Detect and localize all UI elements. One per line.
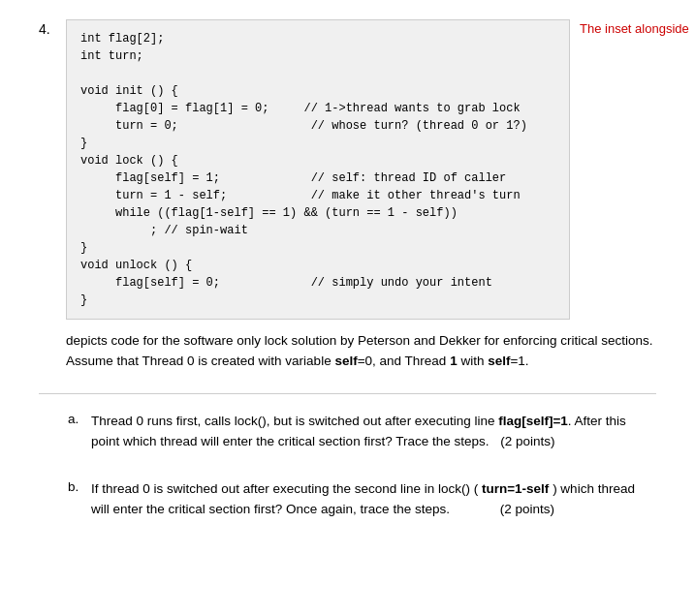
sub-b-bold: turn=1-self: [482, 481, 549, 496]
sub-label-b: b.: [68, 479, 85, 494]
question-text-block: int flag[2]; int turn; void init () { fl…: [66, 19, 689, 372]
sub-text-b: If thread 0 is switched out after execut…: [91, 479, 656, 520]
sub-b-points: (2 points): [500, 502, 554, 516]
question-header: 4. int flag[2]; int turn; void init () {…: [39, 19, 656, 372]
sub-label-a: a.: [68, 412, 85, 426]
inline-description: int flag[2]; int turn; void init () { fl…: [66, 19, 689, 327]
sub-a-text-start: Thread 0 runs first, calls lock(), but i…: [91, 414, 498, 428]
sub-b-text-start: If thread 0 is switched out after execut…: [91, 481, 482, 496]
desc-end: =1.: [510, 354, 528, 368]
sub-question-b: b. If thread 0 is switched out after exe…: [68, 479, 656, 520]
sub-question-a: a. Thread 0 runs first, calls lock(), bu…: [68, 412, 656, 452]
question-container: 4. int flag[2]; int turn; void init () {…: [39, 19, 656, 520]
sub-questions: a. Thread 0 runs first, calls lock(), bu…: [39, 412, 656, 520]
description-paragraph: depicts code for the software only lock …: [66, 331, 689, 372]
desc-bold2: self: [488, 354, 510, 368]
question-number: 4.: [39, 19, 58, 37]
desc-mid1: =0, and Thread: [358, 354, 447, 368]
code-and-text-wrapper: int flag[2]; int turn; void init () { fl…: [66, 19, 570, 327]
sub-a-points: (2 points): [500, 434, 554, 448]
inset-label: The inset alongside: [570, 19, 689, 36]
desc-num: 1: [450, 354, 458, 368]
code-box: int flag[2]; int turn; void init () { fl…: [66, 19, 570, 320]
sub-a-bold: flag[self]=1: [498, 414, 568, 428]
desc-bold1: self: [334, 354, 357, 368]
sub-text-a: Thread 0 runs first, calls lock(), but i…: [91, 412, 656, 452]
section-divider: [39, 393, 656, 394]
desc-mid2: with: [460, 354, 484, 368]
